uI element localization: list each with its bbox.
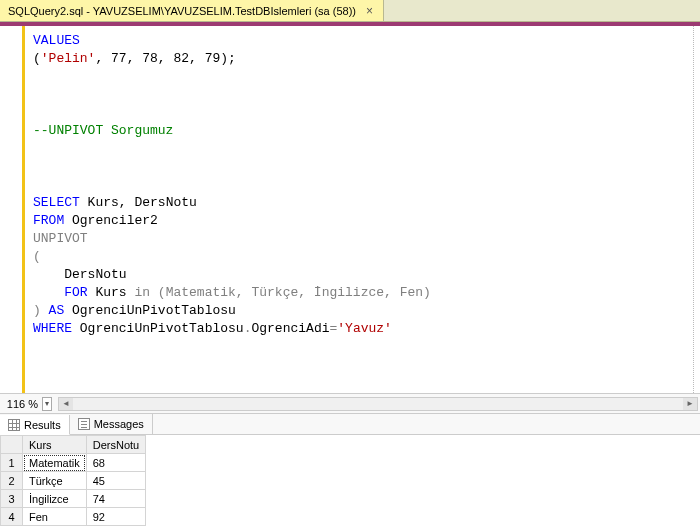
cell-dersnotu[interactable]: 92 <box>86 508 145 526</box>
table-row[interactable]: 2 Türkçe 45 <box>1 472 146 490</box>
results-tab-bar: Results Messages <box>0 413 700 435</box>
file-tab[interactable]: SQLQuery2.sql - YAVUZSELIM\YAVUZSELIM.Te… <box>0 0 384 21</box>
zoom-dropdown-icon[interactable]: ▾ <box>42 397 52 411</box>
file-tab-title: SQLQuery2.sql - YAVUZSELIM\YAVUZSELIM.Te… <box>8 5 356 17</box>
cell-dersnotu[interactable]: 45 <box>86 472 145 490</box>
sql-editor[interactable]: VALUES ('Pelin', 77, 78, 82, 79); --UNPI… <box>0 26 700 393</box>
cell-kurs[interactable]: Matematik <box>23 454 87 472</box>
tab-messages[interactable]: Messages <box>70 414 153 434</box>
cell-dersnotu[interactable]: 68 <box>86 454 145 472</box>
tab-results[interactable]: Results <box>0 415 70 435</box>
cell-dersnotu[interactable]: 74 <box>86 490 145 508</box>
tab-results-label: Results <box>24 419 61 431</box>
close-icon[interactable]: × <box>364 4 375 18</box>
col-header-dersnotu[interactable]: DersNotu <box>86 436 145 454</box>
horizontal-scrollbar[interactable]: ◄ ► <box>58 397 698 411</box>
tab-messages-label: Messages <box>94 418 144 430</box>
table-row[interactable]: 3 İngilizce 74 <box>1 490 146 508</box>
right-margin-guide <box>693 26 694 393</box>
scroll-left-icon[interactable]: ◄ <box>59 398 73 410</box>
cell-kurs[interactable]: Türkçe <box>23 472 87 490</box>
zoom-scroll-row: ▾ ◄ ► <box>0 393 700 413</box>
table-row[interactable]: 1 Matematik 68 <box>1 454 146 472</box>
cell-kurs[interactable]: İngilizce <box>23 490 87 508</box>
cell-kurs[interactable]: Fen <box>23 508 87 526</box>
results-grid[interactable]: Kurs DersNotu 1 Matematik 68 2 Türkçe 45… <box>0 435 700 526</box>
scroll-right-icon[interactable]: ► <box>683 398 697 410</box>
row-header-blank <box>1 436 23 454</box>
col-header-kurs[interactable]: Kurs <box>23 436 87 454</box>
tab-bar: SQLQuery2.sql - YAVUZSELIM\YAVUZSELIM.Te… <box>0 0 700 22</box>
change-marker-gutter <box>0 26 25 393</box>
row-number[interactable]: 2 <box>1 472 23 490</box>
row-number[interactable]: 3 <box>1 490 23 508</box>
zoom-level-input[interactable] <box>2 398 38 410</box>
row-number[interactable]: 1 <box>1 454 23 472</box>
header-row: Kurs DersNotu <box>1 436 146 454</box>
grid-icon <box>8 419 20 431</box>
code-content[interactable]: VALUES ('Pelin', 77, 78, 82, 79); --UNPI… <box>25 26 700 393</box>
messages-icon <box>78 418 90 430</box>
row-number[interactable]: 4 <box>1 508 23 526</box>
table-row[interactable]: 4 Fen 92 <box>1 508 146 526</box>
